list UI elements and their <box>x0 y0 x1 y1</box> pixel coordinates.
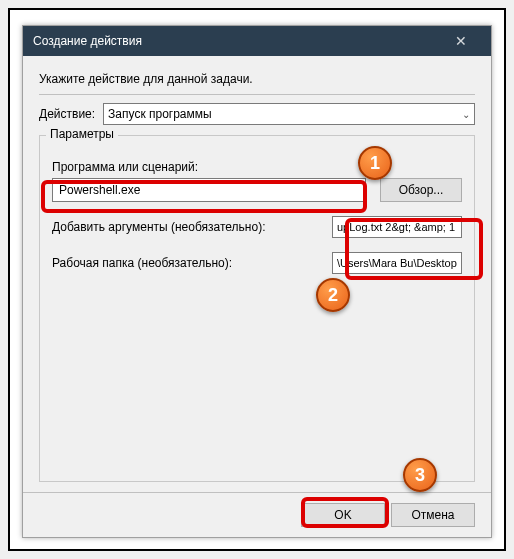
program-row: Обзор... <box>52 178 462 202</box>
action-dropdown[interactable]: Запуск программы ⌄ <box>103 103 475 125</box>
parameters-legend: Параметры <box>46 127 118 141</box>
chevron-down-icon: ⌄ <box>462 109 470 120</box>
program-label: Программа или сценарий: <box>52 160 462 174</box>
arguments-row: Добавить аргументы (необязательно): <box>52 216 462 238</box>
browse-button[interactable]: Обзор... <box>380 178 462 202</box>
dialog-body: Укажите действие для данной задачи. Дейс… <box>23 56 491 492</box>
callout-3: 3 <box>403 458 437 492</box>
window-title: Создание действия <box>33 34 441 48</box>
dialog-footer: OK Отмена <box>23 492 491 537</box>
callout-2: 2 <box>316 278 350 312</box>
instruction-text: Укажите действие для данной задачи. <box>39 66 475 94</box>
titlebar: Создание действия ✕ <box>23 26 491 56</box>
action-label: Действие: <box>39 107 95 121</box>
workdir-label: Рабочая папка (необязательно): <box>52 256 332 270</box>
program-input[interactable] <box>52 178 366 202</box>
workdir-row: Рабочая папка (необязательно): <box>52 252 462 274</box>
workdir-input[interactable] <box>332 252 462 274</box>
parameters-fieldset: Параметры Программа или сценарий: Обзор.… <box>39 135 475 482</box>
action-row: Действие: Запуск программы ⌄ <box>39 103 475 125</box>
cancel-button[interactable]: Отмена <box>391 503 475 527</box>
divider <box>39 94 475 95</box>
ok-button[interactable]: OK <box>301 503 385 527</box>
action-dropdown-value: Запуск программы <box>108 107 212 121</box>
arguments-label: Добавить аргументы (необязательно): <box>52 220 332 234</box>
callout-1: 1 <box>358 146 392 180</box>
close-icon[interactable]: ✕ <box>441 33 481 49</box>
arguments-input[interactable] <box>332 216 462 238</box>
